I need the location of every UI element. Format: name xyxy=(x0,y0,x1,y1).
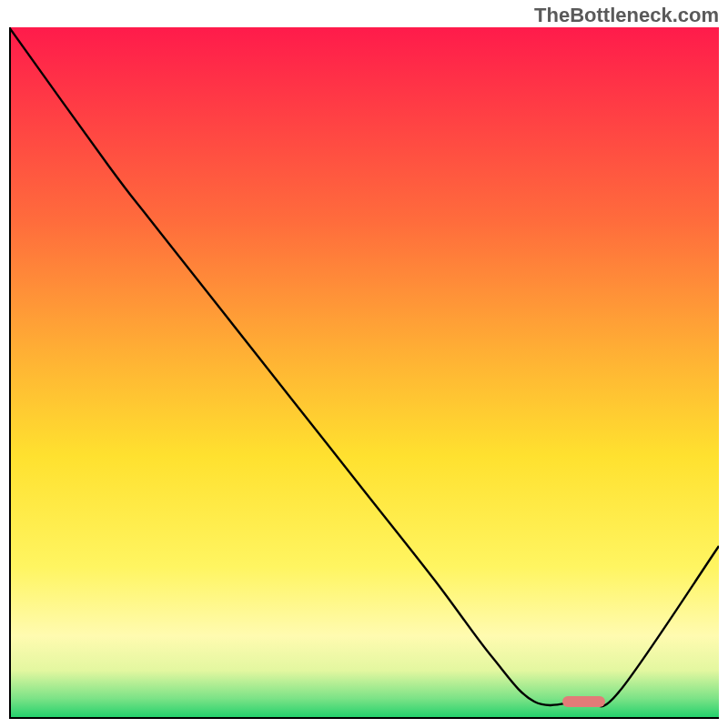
chart-svg xyxy=(9,27,719,719)
chart-area xyxy=(9,27,719,719)
gradient-background xyxy=(9,27,719,719)
watermark-text: TheBottleneck.com xyxy=(534,4,719,27)
trough-marker xyxy=(562,696,605,707)
